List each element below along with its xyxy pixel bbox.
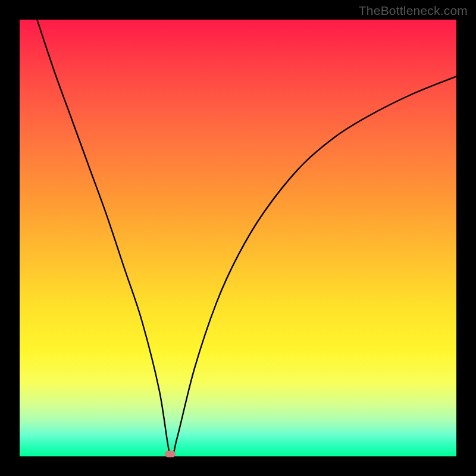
plot-area [20,20,456,456]
bottleneck-curve [37,20,456,456]
chart-container: TheBottleneck.com [0,0,476,476]
curve-svg [20,20,456,456]
watermark-text: TheBottleneck.com [359,4,468,18]
optimal-point-marker [165,451,176,458]
